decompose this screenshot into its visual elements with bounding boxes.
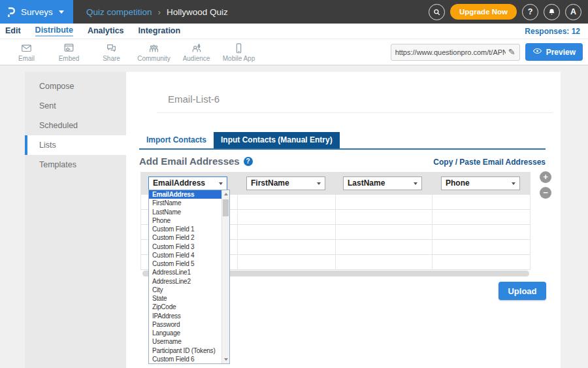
table-cell[interactable] bbox=[433, 240, 531, 255]
scroll-down-arrow-icon[interactable] bbox=[222, 356, 230, 363]
dropdown-option-participant-id-tokens[interactable]: Participant ID (Tokens) bbox=[149, 346, 229, 355]
table-cell[interactable] bbox=[336, 225, 433, 240]
surveys-label: Surveys bbox=[21, 7, 53, 17]
upload-button[interactable]: Upload bbox=[498, 282, 546, 300]
nav-item-analytics[interactable]: Analytics bbox=[88, 26, 124, 36]
dropdown-option-state[interactable]: State bbox=[149, 294, 229, 303]
dropdown-option-zipcode[interactable]: ZipCode bbox=[149, 303, 229, 311]
dropdown-option-custom-field-1[interactable]: Custom Field 1 bbox=[149, 225, 229, 233]
sidebar-item-scheduled[interactable]: Scheduled bbox=[25, 116, 126, 135]
upgrade-now-button[interactable]: Upgrade Now bbox=[450, 4, 517, 20]
column-select-firstname[interactable]: FirstName bbox=[246, 176, 325, 190]
column-select-emailaddress[interactable]: EmailAddress bbox=[148, 176, 227, 190]
audience-icon bbox=[190, 42, 203, 54]
table-cell[interactable] bbox=[433, 195, 531, 210]
tab-input-contacts-manual-entry[interactable]: Input Contacts (Manual Entry) bbox=[214, 132, 340, 148]
dropdown-option-addressline2[interactable]: AddressLine2 bbox=[149, 277, 229, 286]
table-cell[interactable] bbox=[433, 255, 531, 270]
survey-nav-items: EditDistributeAnalyticsIntegration bbox=[5, 25, 195, 37]
sidebar-item-compose[interactable]: Compose bbox=[25, 76, 126, 96]
dropdown-option-firstname[interactable]: FirstName bbox=[149, 199, 229, 207]
embed-icon bbox=[63, 42, 75, 54]
table-cell[interactable] bbox=[238, 195, 336, 210]
help-button[interactable]: ? bbox=[522, 4, 538, 20]
dropdown-scrollbar[interactable] bbox=[221, 190, 229, 363]
dropdown-option-lastname[interactable]: LastName bbox=[149, 208, 229, 216]
dropdown-option-username[interactable]: Username bbox=[149, 337, 229, 346]
dropdown-option-custom-field-2[interactable]: Custom Field 2 bbox=[149, 233, 229, 242]
table-cell[interactable] bbox=[238, 225, 336, 240]
edit-url-pencil-icon[interactable]: ✎ bbox=[508, 47, 515, 57]
responses-count: Responses: 12 bbox=[525, 27, 580, 36]
topbar: Surveys Quiz competition › Hollywood Qui… bbox=[0, 0, 588, 24]
dropdown-option-language[interactable]: Language bbox=[149, 329, 229, 337]
help-icon[interactable]: ? bbox=[244, 157, 253, 166]
toolbar-item-label: Embed bbox=[59, 55, 80, 62]
table-cell[interactable] bbox=[336, 255, 433, 270]
dropdown-scrollbar-thumb[interactable] bbox=[223, 199, 229, 216]
table-cell[interactable] bbox=[433, 225, 531, 240]
column-select-lastname[interactable]: LastName bbox=[343, 176, 422, 190]
toolbar-items: EmailEmbedShareCommunityAudienceMobile A… bbox=[0, 42, 260, 62]
dropdown-option-password[interactable]: Password bbox=[149, 320, 229, 329]
scroll-up-arrow-icon[interactable] bbox=[222, 190, 230, 198]
table-cell[interactable] bbox=[238, 240, 336, 255]
toolbar-item-share[interactable]: Share bbox=[90, 42, 133, 62]
toolbar-item-mobile-app[interactable]: Mobile App bbox=[218, 42, 260, 62]
section-heading: Add Email Addresses ? bbox=[139, 156, 253, 167]
table-cell[interactable] bbox=[433, 210, 531, 225]
toolbar-item-label: Share bbox=[103, 55, 120, 62]
search-glyph-icon bbox=[433, 8, 441, 16]
column-select-phone[interactable]: Phone bbox=[441, 176, 520, 190]
tab-import-contacts[interactable]: Import Contacts bbox=[139, 132, 214, 148]
field-dropdown-options: EmailAddressFirstNameLastNamePhoneCustom… bbox=[149, 190, 229, 363]
table-cell[interactable] bbox=[238, 255, 336, 270]
remove-row-button[interactable]: − bbox=[540, 187, 551, 199]
add-row-button[interactable]: + bbox=[540, 171, 551, 183]
dropdown-option-emailaddress[interactable]: EmailAddress bbox=[149, 190, 229, 199]
surveys-menu[interactable]: Surveys bbox=[0, 0, 73, 24]
nav-item-edit[interactable]: Edit bbox=[5, 26, 21, 36]
sidebar-item-lists[interactable]: Lists bbox=[25, 135, 126, 155]
bell-glyph-icon bbox=[547, 8, 556, 16]
preview-label: Preview bbox=[546, 48, 576, 57]
toolbar-item-label: Mobile App bbox=[223, 55, 255, 62]
nav-item-distribute[interactable]: Distribute bbox=[35, 25, 73, 37]
topbar-actions: Upgrade Now ? A bbox=[429, 4, 581, 20]
preview-button[interactable]: Preview bbox=[525, 43, 583, 61]
dropdown-option-ipaddress[interactable]: IPAddress bbox=[149, 312, 229, 320]
table-cell[interactable] bbox=[336, 195, 433, 210]
survey-nav: EditDistributeAnalyticsIntegration Respo… bbox=[0, 24, 588, 39]
dropdown-option-custom-field-4[interactable]: Custom Field 4 bbox=[149, 251, 229, 259]
dropdown-option-phone[interactable]: Phone bbox=[149, 216, 229, 225]
dropdown-option-custom-field-3[interactable]: Custom Field 3 bbox=[149, 243, 229, 251]
dropdown-option-custom-field-5[interactable]: Custom Field 5 bbox=[149, 259, 229, 268]
copy-paste-email-addresses-link[interactable]: Copy / Paste Email Addresses bbox=[433, 158, 546, 167]
toolbar-item-embed[interactable]: Embed bbox=[48, 42, 90, 62]
toolbar-item-label: Community bbox=[137, 55, 171, 62]
selected-field-label: Phone bbox=[446, 178, 470, 188]
toolbar-item-email[interactable]: Email bbox=[5, 42, 48, 62]
notifications-bell-icon[interactable] bbox=[544, 4, 560, 20]
toolbar-item-community[interactable]: Community bbox=[133, 42, 175, 62]
search-icon[interactable] bbox=[429, 4, 445, 20]
nav-item-integration[interactable]: Integration bbox=[139, 26, 181, 36]
sidebar-item-sent[interactable]: Sent bbox=[25, 96, 126, 116]
avatar[interactable]: A bbox=[565, 4, 581, 20]
table-cell[interactable] bbox=[238, 210, 336, 225]
email-sidebar: ComposeSentScheduledListsTemplates bbox=[25, 72, 126, 368]
email-icon bbox=[20, 42, 33, 54]
dropdown-option-addressline1[interactable]: AddressLine1 bbox=[149, 268, 229, 276]
dropdown-option-custom-field-6[interactable]: Custom Field 6 bbox=[149, 355, 229, 363]
toolbar-item-audience[interactable]: Audience bbox=[175, 42, 218, 62]
table-cell[interactable] bbox=[336, 210, 433, 225]
breadcrumb-survey[interactable]: Quiz competition bbox=[86, 7, 152, 17]
chevron-down-icon bbox=[59, 10, 64, 14]
sidebar-item-templates[interactable]: Templates bbox=[25, 155, 126, 175]
survey-url-field[interactable]: https://www.questionpro.com/t/APNrFZ ✎ bbox=[391, 44, 520, 61]
chevron-down-icon bbox=[414, 182, 417, 185]
toolbar-item-label: Email bbox=[18, 55, 35, 62]
community-icon bbox=[148, 42, 160, 54]
dropdown-option-city[interactable]: City bbox=[149, 286, 229, 294]
table-cell[interactable] bbox=[336, 240, 433, 255]
